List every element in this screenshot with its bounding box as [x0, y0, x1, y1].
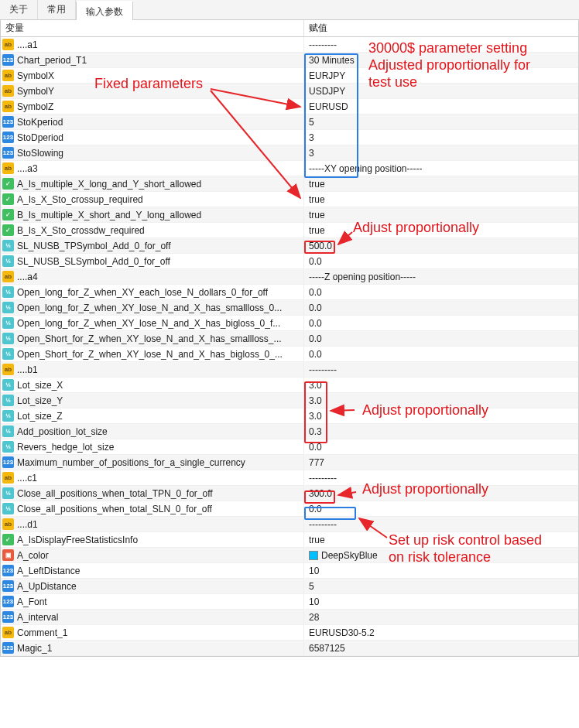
param-value-cell[interactable]: 5 — [304, 579, 578, 593]
table-row[interactable]: ½Add_position_lot_size0.3 — [1, 424, 578, 439]
bool-type-icon: ✓ — [2, 178, 14, 190]
param-value-cell[interactable]: 3.0 — [304, 378, 578, 392]
table-row[interactable]: ½Close_all_positions_when_total_TPN_0_fo… — [1, 486, 578, 501]
param-value-cell[interactable]: 0.0 — [304, 254, 578, 268]
table-row[interactable]: ½SL_NUSB_SLSymbol_Add_0_for_off0.0 — [1, 254, 578, 269]
table-row[interactable]: ½Open_long_for_Z_when_XY_lose_N_and_X_ha… — [1, 300, 578, 316]
param-value-cell[interactable]: USDJPY — [304, 84, 578, 98]
table-row[interactable]: abComment_1EURUSD30-5.2 — [1, 625, 578, 641]
param-value-cell[interactable]: true — [304, 223, 578, 238]
table-row[interactable]: ½Lot_size_Y3.0 — [1, 393, 578, 408]
tab-inputs[interactable]: 输入参数 — [76, 1, 133, 20]
param-value-cell[interactable]: 300.0 — [304, 486, 578, 501]
param-value-cell[interactable]: 3 — [304, 130, 578, 145]
param-value: 28 — [309, 612, 319, 623]
param-value-cell[interactable]: --------- — [304, 470, 578, 485]
header-variable[interactable]: 变量 — [1, 20, 304, 36]
param-value-cell[interactable]: DeepSkyBlue — [304, 548, 578, 562]
header-value[interactable]: 赋值 — [304, 20, 578, 36]
param-value: EURJPY — [309, 70, 345, 81]
table-row[interactable]: 123A_Font10 — [1, 594, 578, 610]
param-value: USDJPY — [309, 86, 345, 97]
param-value-cell[interactable]: -----XY opening position----- — [304, 161, 578, 176]
table-row[interactable]: 123StoKperiod5 — [1, 114, 578, 130]
table-row[interactable]: 123StoDperiod3 — [1, 130, 578, 145]
table-row[interactable]: abSymbolZEURUSD — [1, 99, 578, 114]
param-name-cell: 123StoSlowing — [1, 145, 304, 160]
table-row[interactable]: 123Maximum_number_of_positions_for_a_sin… — [1, 455, 578, 470]
table-row[interactable]: ½Open_Short_for_Z_when_XY_lose_N_and_X_h… — [1, 347, 578, 362]
param-value-cell[interactable]: 0.0 — [304, 331, 578, 346]
tab-common[interactable]: 常用 — [38, 0, 76, 19]
param-value-cell[interactable]: 10 — [304, 563, 578, 578]
table-row[interactable]: ½Revers_hedge_lot_size0.0 — [1, 439, 578, 455]
table-row[interactable]: 123A_UpDistance5 — [1, 579, 578, 594]
table-row[interactable]: 123Chart_period_T130 Minutes — [1, 53, 578, 68]
table-row[interactable]: ab....d1--------- — [1, 517, 578, 532]
param-value-cell[interactable]: 777 — [304, 455, 578, 470]
param-value-cell[interactable]: true — [304, 176, 578, 191]
table-row[interactable]: ½Lot_size_Z3.0 — [1, 408, 578, 424]
param-value-cell[interactable]: 0.0 — [304, 501, 578, 516]
table-row[interactable]: ab....b1--------- — [1, 362, 578, 378]
table-row[interactable]: ½Close_all_positions_when_total_SLN_0_fo… — [1, 501, 578, 517]
table-row[interactable]: ½Open_Short_for_Z_when_XY_lose_N_and_X_h… — [1, 331, 578, 347]
param-value-cell[interactable]: 6587125 — [304, 641, 578, 655]
param-value-cell[interactable]: 5 — [304, 114, 578, 129]
param-value-cell[interactable]: true — [304, 192, 578, 207]
param-value-cell[interactable]: 0.0 — [304, 285, 578, 299]
table-row[interactable]: ✓A_Is_multiple_X_long_and_Y_short_allowe… — [1, 176, 578, 192]
table-row[interactable]: 123A_LeftDistance10 — [1, 563, 578, 579]
table-row[interactable]: ½Lot_size_X3.0 — [1, 378, 578, 393]
table-row[interactable]: ab....a3-----XY opening position----- — [1, 161, 578, 176]
param-value-cell[interactable]: --------- — [304, 37, 578, 52]
table-row[interactable]: ab....a1--------- — [1, 37, 578, 53]
param-value-cell[interactable]: 0.0 — [304, 300, 578, 315]
tab-about[interactable]: 关于 — [0, 0, 38, 19]
param-name-cell: 123A_interval — [1, 610, 304, 624]
param-value-cell[interactable]: 0.0 — [304, 347, 578, 361]
int-type-icon: 123 — [2, 642, 14, 654]
param-value-cell[interactable]: 30 Minutes — [304, 53, 578, 67]
table-row[interactable]: ½Open_long_for_Z_when_XY_each_lose_N_dol… — [1, 285, 578, 300]
table-row[interactable]: 123StoSlowing3 — [1, 145, 578, 161]
table-row[interactable]: abSymbolYUSDJPY — [1, 84, 578, 99]
table-row[interactable]: ✓A_Is_X_Sto_crossup_requiredtrue — [1, 192, 578, 207]
table-row[interactable]: ½SL_NUSB_TPSymbol_Add_0_for_off500.0 — [1, 238, 578, 254]
table-row[interactable]: 123Magic_16587125 — [1, 641, 578, 656]
param-value-cell[interactable]: 28 — [304, 610, 578, 624]
table-row[interactable]: ✓B_Is_multiple_X_short_and_Y_long_allowe… — [1, 207, 578, 223]
param-value-cell[interactable]: 3.0 — [304, 393, 578, 408]
param-value-cell[interactable]: EURUSD30-5.2 — [304, 625, 578, 640]
param-name: SymbolZ — [17, 101, 53, 112]
param-value-cell[interactable]: 0.0 — [304, 316, 578, 330]
param-value-cell[interactable]: EURUSD — [304, 99, 578, 114]
dbl-type-icon: ½ — [2, 487, 14, 499]
table-row[interactable]: ½Open_long_for_Z_when_XY_lose_N_and_X_ha… — [1, 316, 578, 331]
param-name: Open_Short_for_Z_when_XY_lose_N_and_X_ha… — [17, 333, 282, 344]
param-value-cell[interactable]: 3 — [304, 145, 578, 160]
param-value-cell[interactable]: 3.0 — [304, 408, 578, 423]
param-name-cell: ½Close_all_positions_when_total_TPN_0_fo… — [1, 486, 304, 501]
ab-type-icon: ab — [2, 518, 14, 530]
param-value-cell[interactable]: 0.3 — [304, 424, 578, 439]
table-row[interactable]: ab....a4-----Z opening position----- — [1, 269, 578, 285]
param-name: SL_NUSB_SLSymbol_Add_0_for_off — [17, 256, 170, 267]
param-value-cell[interactable]: --------- — [304, 362, 578, 377]
param-table: 变量 赋值 ab....a1---------123Chart_period_T… — [0, 20, 579, 657]
param-value-cell[interactable]: 0.0 — [304, 439, 578, 454]
param-value-cell[interactable]: 500.0 — [304, 238, 578, 253]
param-value-cell[interactable]: true — [304, 207, 578, 222]
param-value-cell[interactable]: EURJPY — [304, 68, 578, 83]
table-row[interactable]: ✓A_IsDisplayFreeStatisticsInfotrue — [1, 532, 578, 548]
param-name-cell: 123StoDperiod — [1, 130, 304, 145]
param-value-cell[interactable]: -----Z opening position----- — [304, 269, 578, 284]
table-row[interactable]: ab....c1--------- — [1, 470, 578, 486]
table-row[interactable]: abSymbolXEURJPY — [1, 68, 578, 84]
param-value-cell[interactable]: 10 — [304, 594, 578, 609]
table-row[interactable]: 123A_interval28 — [1, 610, 578, 625]
param-value-cell[interactable]: true — [304, 532, 578, 547]
table-row[interactable]: ▣A_colorDeepSkyBlue — [1, 548, 578, 563]
table-row[interactable]: ✓B_Is_X_Sto_crossdw_requiredtrue — [1, 223, 578, 238]
param-value-cell[interactable]: --------- — [304, 517, 578, 531]
